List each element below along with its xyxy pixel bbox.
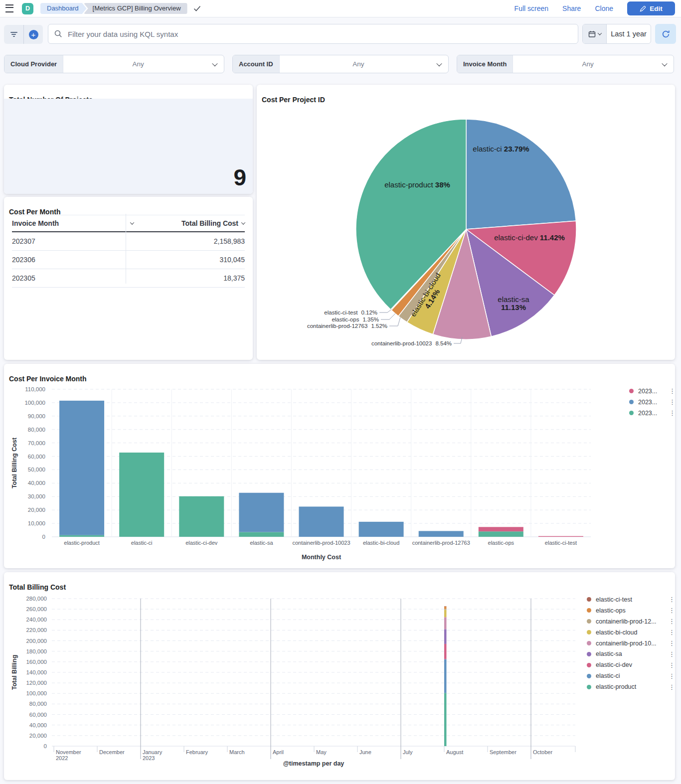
bar-elastic-ops[interactable] [479,531,523,537]
legend-options-icon[interactable]: ⋮ [669,640,675,646]
kql-search-input[interactable] [67,29,572,39]
svg-text:Monthly Cost: Monthly Cost [302,554,341,561]
bar-elastic-ci-dev[interactable] [179,496,224,537]
filter-label: Invoice Month [457,55,513,73]
filter-account-id[interactable]: Account IDAny [232,55,449,73]
pie-slice-elastic-ci[interactable] [466,119,576,229]
legend-label[interactable]: elastic-ci-test [596,596,632,603]
legend-options-icon[interactable]: ⋮ [669,410,675,416]
add-filter-button[interactable]: + [23,25,43,44]
pie-callout-label-elastic-ops: elastic-ops1.35% [332,316,379,322]
legend-label[interactable]: elastic-ci [596,672,620,679]
ts-bar-segment-elastic-ci-test[interactable] [444,606,447,607]
legend-options-icon[interactable]: ⋮ [669,629,675,635]
ts-bar-segment-containerlib-prod-10023[interactable] [444,617,447,629]
svg-text:200,000: 200,000 [26,638,47,644]
ts-bar-segment-elastic-ci[interactable] [444,659,447,693]
legend-label[interactable]: elastic-product [596,683,636,690]
menu-button[interactable] [0,0,19,17]
search-icon [54,30,62,38]
filter-label: Cloud Provider [4,55,63,73]
saved-filters-button[interactable] [4,25,23,44]
legend-options-icon[interactable]: ⋮ [669,673,675,679]
svg-text:120,000: 120,000 [26,680,47,686]
filter-controls-group: + [4,25,43,44]
cell-invoice-month: 202307 [12,237,134,245]
svg-text:containerlib-prod-12763: containerlib-prod-12763 [412,540,470,546]
bar-elastic-product[interactable] [59,401,104,535]
legend-label[interactable]: elastic-ci-dev [596,661,632,668]
legend-color-dot [587,663,591,667]
bar-elastic-ops[interactable] [479,527,523,531]
legend-options-icon[interactable]: ⋮ [669,596,675,603]
column-header-invoice-month[interactable]: Invoice Month [12,219,134,227]
legend-label[interactable]: containerlib-prod-12... [596,618,657,625]
bar-chart-legend: 2023...⋮2023...⋮2023...⋮ [629,386,675,419]
table-header-row: Invoice MonthTotal Billing Cost [12,215,245,232]
ts-bar-segment-containerlib-prod-12763[interactable] [444,609,447,610]
legend-color-dot [587,608,591,613]
metric-value: 9 [233,164,246,191]
svg-text:60,000: 60,000 [28,454,45,460]
svg-text:August: August [446,749,463,755]
bar-containerlib-prod-12763[interactable] [419,531,464,537]
filter-invoice-month[interactable]: Invoice MonthAny [457,55,674,73]
svg-text:November: November [56,749,81,755]
ts-bar-segment-elastic-ci-dev[interactable] [444,644,447,659]
legend-label[interactable]: 2023... [638,388,657,395]
share-button[interactable]: Share [562,4,581,12]
date-picker-calendar-button[interactable] [583,24,607,43]
svg-text:60,000: 60,000 [29,712,47,718]
bar-elastic-ci-test[interactable] [538,536,583,537]
bar-elastic-sa[interactable] [239,532,284,537]
legend-label[interactable]: 2023... [638,410,657,417]
legend-label[interactable]: containerlib-prod-10... [596,640,657,647]
legend-item: elastic-sa⋮ [587,648,675,659]
ts-bar-segment-elastic-product[interactable] [444,693,447,746]
bar-elastic-sa[interactable] [239,493,284,532]
legend-options-icon[interactable]: ⋮ [669,662,675,668]
full-screen-button[interactable]: Full screen [514,4,548,12]
bar-elastic-ci[interactable] [119,453,164,537]
edit-button[interactable]: Edit [627,1,675,15]
legend-options-icon[interactable]: ⋮ [669,618,675,625]
bar-elastic-product[interactable] [59,535,104,537]
time-range-button[interactable]: Last 1 year [607,24,651,43]
legend-item: 2023...⋮ [629,386,675,397]
pie-chart: elastic-ci 23.79%elastic-ci-dev 11.42%el… [257,85,675,360]
legend-options-icon[interactable]: ⋮ [669,651,675,657]
filter-cloud-provider[interactable]: Cloud ProviderAny [4,55,224,73]
filter-value: Any [63,60,213,68]
svg-text:40,000: 40,000 [29,722,47,728]
cell-total-billing-cost: 18,375 [134,274,245,282]
pie-label-elastic-ci: elastic-ci 23.79% [473,145,529,153]
legend-label[interactable]: elastic-ops [596,607,626,614]
chevron-down-icon [597,31,601,35]
legend-options-icon[interactable]: ⋮ [669,399,675,405]
cell-total-billing-cost: 310,045 [134,256,245,264]
refresh-button[interactable] [655,24,676,44]
legend-color-dot [587,641,591,645]
breadcrumb: Dashboard [Metrics GCP] Billing Overview [40,3,201,14]
legend-item: elastic-ci-dev⋮ [587,659,675,670]
column-header-total-billing-cost[interactable]: Total Billing Cost [134,219,245,227]
legend-label[interactable]: elastic-bi-cloud [596,629,637,636]
ts-bar-segment-elastic-ops[interactable] [444,607,447,609]
ts-bar-segment-elastic-bi-cloud[interactable] [444,610,447,617]
clone-button[interactable]: Clone [595,4,613,12]
ts-bar-segment-elastic-sa[interactable] [444,629,447,644]
legend-options-icon[interactable]: ⋮ [669,607,675,614]
space-avatar[interactable]: D [22,3,33,14]
legend-options-icon[interactable]: ⋮ [669,388,675,394]
svg-text:260,000: 260,000 [26,606,47,612]
svg-text:10,000: 10,000 [28,520,45,526]
legend-label[interactable]: 2023... [638,399,657,406]
legend-options-icon[interactable]: ⋮ [669,684,675,690]
svg-text:20,000: 20,000 [29,733,47,739]
svg-text:70,000: 70,000 [28,440,45,446]
breadcrumb-dashboard[interactable]: Dashboard [40,3,87,14]
bar-containerlib-prod-10023[interactable] [299,506,344,537]
bar-elastic-bi-cloud[interactable] [359,522,404,537]
legend-label[interactable]: elastic-sa [596,650,622,657]
svg-text:100,000: 100,000 [24,400,45,406]
